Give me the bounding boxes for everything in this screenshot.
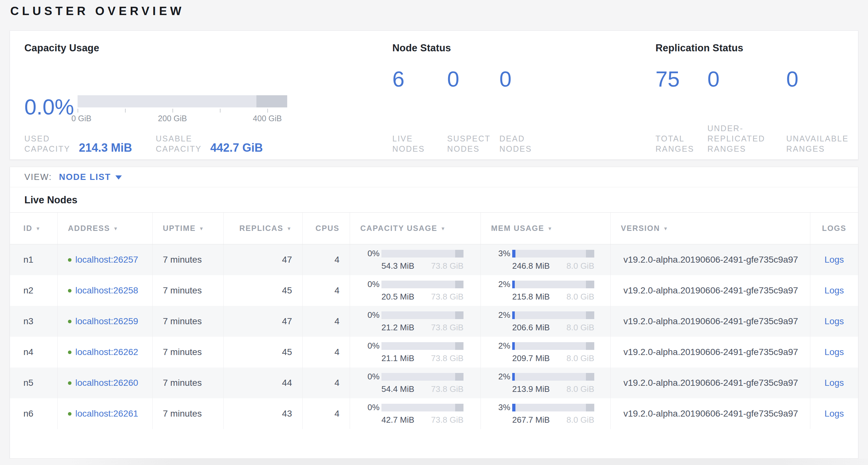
replication-status-title: Replication Status bbox=[655, 42, 861, 54]
mem-used-segment bbox=[512, 281, 515, 288]
node-id-cell: n6 bbox=[10, 398, 57, 429]
unavailable-value: 0 bbox=[786, 68, 799, 90]
cpus-cell: 4 bbox=[302, 368, 350, 398]
capacity-axis-ticks bbox=[78, 108, 287, 113]
caret-down-icon bbox=[115, 175, 122, 180]
mem-total-value: 8.0 GiB bbox=[566, 323, 594, 332]
column-header-uptime[interactable]: UPTIME▼ bbox=[152, 213, 223, 244]
capacity-used-percent: 0.0% bbox=[24, 95, 78, 123]
cluster-summary-card: Capacity Usage 0.0% 0 GiB 200 GiB 400 Gi… bbox=[10, 30, 858, 160]
view-label: VIEW: bbox=[24, 172, 52, 182]
column-header-mem-usage[interactable]: MEM USAGE▼ bbox=[480, 213, 610, 244]
mem-reserved-segment bbox=[586, 281, 594, 288]
uptime-cell: 7 minutes bbox=[152, 306, 223, 337]
usable-capacity-value: 442.7 GiB bbox=[210, 142, 263, 154]
capacity-usage-title: Capacity Usage bbox=[24, 42, 371, 54]
mem-usage-bar bbox=[512, 373, 594, 381]
mem-usage-bar bbox=[512, 342, 594, 350]
version-cell: v19.2.0-alpha.20190606-2491-gfe735c9a97 bbox=[610, 275, 810, 306]
node-status-panel: Node Status 6 LIVE NODES 0 SUSPECT NODES… bbox=[392, 42, 591, 155]
cpus-cell: 4 bbox=[302, 244, 350, 275]
capacity-total-value: 73.8 GiB bbox=[431, 323, 464, 332]
capacity-total-value: 73.8 GiB bbox=[431, 292, 464, 302]
replicas-cell: 47 bbox=[223, 306, 302, 337]
mem-reserved-segment bbox=[586, 342, 594, 350]
logs-cell: Logs bbox=[810, 337, 858, 368]
node-address-link[interactable]: localhost:26259 bbox=[75, 316, 138, 326]
cpus-cell: 4 bbox=[302, 275, 350, 306]
sort-desc-icon: ▼ bbox=[36, 226, 41, 231]
node-id-cell: n4 bbox=[10, 337, 57, 368]
page-title: CLUSTER OVERVIEW bbox=[10, 4, 185, 18]
logs-link[interactable]: Logs bbox=[825, 285, 844, 296]
column-header-address[interactable]: ADDRESS▼ bbox=[57, 213, 152, 244]
node-health-icon bbox=[68, 381, 71, 385]
tick-label-200: 200 GiB bbox=[158, 114, 187, 123]
mem-total-value: 8.0 GiB bbox=[566, 261, 594, 271]
suspect-nodes-value: 0 bbox=[447, 68, 459, 90]
node-address-cell: localhost:26258 bbox=[57, 275, 152, 306]
version-cell: v19.2.0-alpha.20190606-2491-gfe735c9a97 bbox=[610, 306, 810, 337]
sort-desc-icon: ▼ bbox=[548, 226, 553, 231]
capacity-used-value: 42.7 MiB bbox=[381, 415, 414, 425]
mem-usage-cell: 2% 206.6 MiB 8.0 GiB bbox=[480, 306, 610, 337]
capacity-used-value: 21.2 MiB bbox=[381, 323, 414, 332]
logs-cell: Logs bbox=[810, 275, 858, 306]
sort-desc-icon: ▼ bbox=[199, 226, 205, 231]
suspect-nodes-label: SUSPECT NODES bbox=[447, 134, 490, 154]
column-header-id[interactable]: ID▼ bbox=[10, 213, 57, 244]
mem-used-value: 206.6 MiB bbox=[512, 323, 550, 332]
logs-link[interactable]: Logs bbox=[825, 347, 844, 357]
cpus-cell: 4 bbox=[302, 398, 350, 429]
column-header-version[interactable]: VERSION▼ bbox=[610, 213, 810, 244]
mem-percent-label: 2% bbox=[489, 279, 510, 289]
uptime-cell: 7 minutes bbox=[152, 368, 223, 398]
column-header-replicas[interactable]: REPLICAS▼ bbox=[223, 213, 302, 244]
mem-percent-label: 3% bbox=[489, 403, 510, 412]
mem-used-value: 209.7 MiB bbox=[512, 353, 550, 364]
mem-used-value: 267.7 MiB bbox=[512, 415, 550, 425]
mem-used-value: 246.8 MiB bbox=[512, 261, 550, 271]
capacity-bar bbox=[78, 95, 287, 108]
node-address-link[interactable]: localhost:26261 bbox=[75, 409, 138, 419]
capacity-total-value: 73.8 GiB bbox=[431, 261, 464, 271]
version-cell: v19.2.0-alpha.20190606-2491-gfe735c9a97 bbox=[610, 368, 810, 398]
column-header-capacity-usage[interactable]: CAPACITY USAGE▼ bbox=[350, 213, 480, 244]
mem-usage-bar bbox=[512, 311, 594, 319]
logs-cell: Logs bbox=[810, 244, 858, 275]
node-address-link[interactable]: localhost:26262 bbox=[75, 347, 138, 357]
unavailable-label: UNAVAILABLE RANGES bbox=[786, 134, 849, 154]
version-cell: v19.2.0-alpha.20190606-2491-gfe735c9a97 bbox=[610, 244, 810, 275]
logs-link[interactable]: Logs bbox=[825, 378, 844, 388]
capacity-gauge: 0.0% 0 GiB 200 GiB 400 GiB bbox=[24, 95, 287, 123]
dead-nodes-label: DEAD NODES bbox=[499, 134, 532, 154]
table-row: n2 localhost:26258 7 minutes 45 4 0% 20.… bbox=[10, 275, 858, 306]
version-cell: v19.2.0-alpha.20190606-2491-gfe735c9a97 bbox=[610, 337, 810, 368]
uptime-cell: 7 minutes bbox=[152, 337, 223, 368]
mem-used-segment bbox=[512, 311, 515, 319]
mem-usage-bar bbox=[512, 281, 594, 288]
sort-desc-icon: ▼ bbox=[440, 226, 446, 231]
uptime-cell: 7 minutes bbox=[152, 244, 223, 275]
capacity-usage-bar bbox=[381, 281, 464, 288]
capacity-usage-panel: Capacity Usage 0.0% 0 GiB 200 GiB 400 Gi… bbox=[24, 42, 371, 155]
capacity-percent-label: 0% bbox=[359, 249, 379, 259]
replicas-cell: 44 bbox=[223, 368, 302, 398]
uptime-cell: 7 minutes bbox=[152, 398, 223, 429]
view-mode-dropdown[interactable]: NODE LIST bbox=[59, 172, 122, 182]
capacity-usage-bar bbox=[381, 250, 464, 258]
version-cell: v19.2.0-alpha.20190606-2491-gfe735c9a97 bbox=[610, 398, 810, 429]
node-address-link[interactable]: localhost:26258 bbox=[75, 285, 138, 296]
logs-link[interactable]: Logs bbox=[825, 409, 844, 419]
node-id-cell: n1 bbox=[10, 244, 57, 275]
capacity-usage-cell: 0% 21.1 MiB 73.8 GiB bbox=[350, 337, 480, 368]
mem-reserved-segment bbox=[586, 404, 594, 411]
node-address-link[interactable]: localhost:26257 bbox=[75, 255, 138, 265]
node-address-link[interactable]: localhost:26260 bbox=[75, 378, 138, 388]
logs-link[interactable]: Logs bbox=[825, 316, 844, 326]
table-row: n6 localhost:26261 7 minutes 43 4 0% 42.… bbox=[10, 398, 858, 429]
cpus-cell: 4 bbox=[302, 306, 350, 337]
logs-link[interactable]: Logs bbox=[825, 255, 844, 265]
column-header-logs: LOGS bbox=[810, 213, 858, 244]
usable-capacity-label: USABLE CAPACITY bbox=[156, 134, 207, 154]
